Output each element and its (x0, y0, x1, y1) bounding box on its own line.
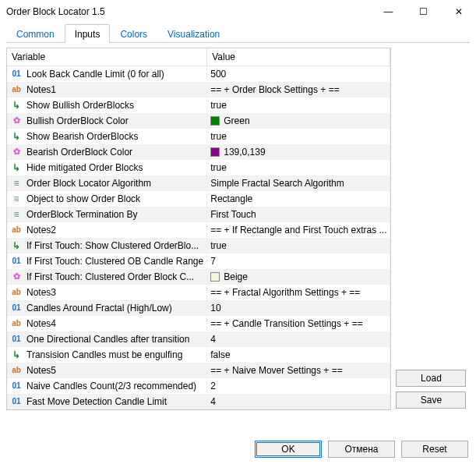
value-text[interactable]: == + Candle Transition Settings + == (210, 318, 362, 329)
variable-label: Notes4 (26, 318, 56, 329)
table-row[interactable]: Notes4 == + Candle Transition Settings +… (7, 316, 390, 331)
inputs-table-wrap: Variable Value Look Back Candle Limit (0… (6, 48, 391, 410)
variable-label: Notes3 (26, 287, 56, 298)
side-buttons: Load Save (396, 48, 466, 410)
table-row[interactable]: Candles Around Fractal (High/Low)10 (7, 300, 390, 316)
minimize-button[interactable]: — (371, 0, 406, 23)
color-icon (10, 115, 23, 126)
color-swatch (210, 116, 220, 126)
value-text[interactable]: Simple Fractal Search Algorithm (210, 178, 344, 189)
table-row[interactable]: Notes2 == + If Rectangle and First Touch… (7, 222, 390, 238)
table-row[interactable]: Show Bearish OrderBlockstrue (7, 129, 390, 144)
bool-icon (10, 131, 23, 142)
variable-label: Show Bearish OrderBlocks (26, 131, 138, 142)
variable-label: Notes5 (26, 365, 56, 376)
variable-label: One Directional Candles after transition (26, 334, 189, 345)
tab-common[interactable]: Common (6, 24, 65, 43)
table-row[interactable]: Object to show Order BlockRectangle (7, 191, 390, 207)
value-text[interactable]: Beige (224, 271, 248, 282)
value-text[interactable]: 10 (210, 303, 220, 313)
variable-label: Notes1 (26, 84, 56, 95)
table-row[interactable]: Look Back Candle Limit (0 for all)500 (7, 66, 390, 82)
reset-button[interactable]: Reset (401, 441, 468, 458)
ok-button[interactable]: OK (255, 441, 322, 458)
variable-label: Notes2 (26, 225, 56, 236)
variable-label: If First Touch: Clustered Order Block C.… (26, 271, 194, 282)
bool-icon (10, 100, 23, 111)
table-row[interactable]: Notes1 == + Order Block Settings + == (7, 82, 390, 97)
maximize-button[interactable]: ☐ (406, 0, 441, 23)
string-icon (10, 225, 23, 236)
color-icon (10, 271, 23, 282)
variable-label: Candles Around Fractal (High/Low) (26, 303, 172, 313)
value-text[interactable]: 500 (210, 69, 226, 80)
table-row[interactable]: Transision Candles must be engulfingfals… (7, 347, 390, 363)
value-text[interactable]: false (210, 349, 230, 360)
table-row[interactable]: If First Touch: Clustered Order Block C.… (7, 269, 390, 285)
value-text[interactable]: true (210, 240, 227, 251)
tab-visualization[interactable]: Visualization (157, 24, 230, 43)
variable-label: Hide mitigated Order Blocks (26, 162, 143, 173)
column-header-variable[interactable]: Variable (7, 48, 207, 66)
table-row[interactable]: Show Bullish OrderBlockstrue (7, 97, 390, 113)
bool-icon (10, 349, 23, 360)
int-icon (10, 334, 23, 345)
window-title: Order Block Locator 1.5 (6, 6, 371, 17)
table-row[interactable]: Order Block Locator AlgorithmSimple Frac… (7, 175, 390, 191)
variable-label: Transision Candles must be engulfing (26, 349, 182, 360)
table-row[interactable]: If First Touch: Show Clustered OrderBlo.… (7, 238, 390, 253)
value-text[interactable]: 4 (210, 334, 216, 345)
int-icon (10, 303, 23, 313)
variable-label: Bullish OrderBlock Color (26, 115, 129, 126)
variable-label: Bearish OrderBlock Color (26, 147, 132, 158)
table-row[interactable]: Notes5 == + Naive Mover Settings + == (7, 363, 390, 378)
string-icon (10, 84, 23, 95)
bool-icon (10, 240, 23, 251)
value-text[interactable]: First Touch (210, 209, 256, 220)
value-text[interactable]: true (210, 162, 227, 173)
string-icon (10, 318, 23, 329)
variable-label: Show Bullish OrderBlocks (26, 100, 134, 111)
value-text[interactable]: 4 (210, 396, 216, 407)
value-text[interactable]: 139,0,139 (224, 147, 265, 158)
table-row[interactable]: One Directional Candles after transition… (7, 331, 390, 347)
value-text[interactable]: Green (224, 115, 249, 126)
int-icon (10, 396, 23, 407)
variable-label: Naive Candles Count(2/3 recommended) (26, 381, 196, 391)
save-button[interactable]: Save (396, 391, 466, 409)
value-text[interactable]: 2 (210, 381, 216, 391)
color-swatch (210, 272, 220, 282)
cancel-button[interactable]: Отмена (328, 441, 395, 458)
enum-icon (10, 209, 23, 220)
int-icon (10, 69, 23, 80)
variable-label: Look Back Candle Limit (0 for all) (26, 69, 164, 80)
table-row[interactable]: Naive Candles Count(2/3 recommended)2 (7, 378, 390, 394)
column-header-value[interactable]: Value (207, 48, 390, 66)
table-row[interactable]: Bullish OrderBlock ColorGreen (7, 113, 390, 129)
close-button[interactable]: ✕ (441, 0, 476, 23)
table-row[interactable]: Bearish OrderBlock Color139,0,139 (7, 144, 390, 160)
tab-inputs[interactable]: Inputs (65, 24, 111, 43)
table-row[interactable]: If First Touch: Clustered OB Candle Rang… (7, 253, 390, 269)
value-text[interactable]: == + Order Block Settings + == (210, 84, 339, 95)
table-row[interactable]: Hide mitigated Order Blockstrue (7, 160, 390, 175)
value-text[interactable]: == + Naive Mover Settings + == (210, 365, 342, 376)
window-controls: — ☐ ✕ (371, 0, 476, 23)
int-icon (10, 381, 23, 391)
footer-buttons: OK Отмена Reset (255, 441, 468, 458)
load-button[interactable]: Load (396, 370, 466, 387)
variable-label: If First Touch: Clustered OB Candle Rang… (26, 256, 203, 267)
value-text[interactable]: true (210, 100, 227, 111)
value-text[interactable]: == + Fractal Algorithm Settings + == (210, 287, 360, 298)
value-text[interactable]: == + If Rectangle and First Touch extras… (210, 225, 386, 236)
variable-label: OrderBlock Termination By (26, 209, 138, 220)
tab-colors[interactable]: Colors (110, 24, 157, 43)
enum-icon (10, 193, 23, 204)
table-row[interactable]: Fast Move Detection Candle Limit4 (7, 394, 390, 409)
value-text[interactable]: true (210, 131, 227, 142)
inputs-table: Variable Value Look Back Candle Limit (0… (7, 48, 390, 409)
value-text[interactable]: 7 (210, 256, 216, 267)
table-row[interactable]: Notes3 == + Fractal Algorithm Settings +… (7, 285, 390, 300)
table-row[interactable]: OrderBlock Termination ByFirst Touch (7, 207, 390, 222)
value-text[interactable]: Rectangle (210, 193, 252, 204)
